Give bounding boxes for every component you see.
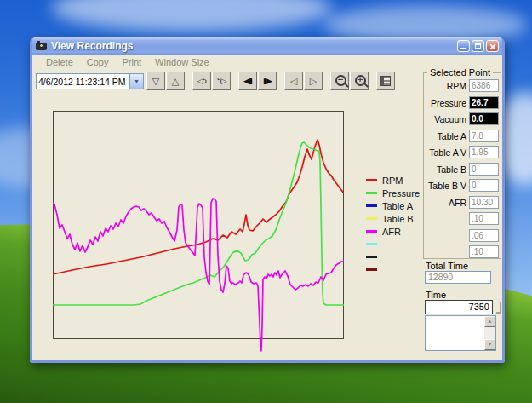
toolbar: ▽△◁55▷◀▮▮▶◁▷−+: [146, 72, 396, 90]
data-table-icon: [380, 76, 391, 86]
legend-swatch-table-a: [366, 204, 377, 207]
menu-item-print[interactable]: Print: [115, 57, 148, 67]
back-5-icon: ◁5: [197, 78, 207, 85]
listbox-scrollbar[interactable]: ▲ ▼: [484, 316, 495, 350]
chart-legend: RPMPressureTable ATable BAFR: [366, 174, 420, 276]
pan-left-icon: ◁: [290, 77, 297, 86]
field-label-table-a-v: Table A V: [424, 147, 466, 158]
legend-swatch-extra-2: [366, 256, 377, 258]
pan-left-button[interactable]: ◁: [284, 72, 303, 90]
selected-point-row-table-b-v: Table B V0: [424, 179, 501, 193]
field-extra-1[interactable]: .10: [469, 212, 499, 225]
legend-label-table-a: Table A: [382, 201, 413, 211]
chevron-down-icon: ▼: [134, 78, 140, 84]
field-label-rpm: RPM: [424, 81, 466, 91]
zoom-in-button[interactable]: +: [350, 72, 369, 90]
close-button[interactable]: [486, 40, 499, 52]
field-label-table-b-v: Table B V: [424, 181, 466, 191]
recording-select-combobox[interactable]: 4/6/2012 11:23:14 PM 5: ▼: [36, 73, 144, 89]
window-title: View Recordings: [51, 40, 133, 52]
selected-point-row-table-b: Table B0: [424, 163, 501, 176]
camera-icon: [36, 43, 47, 50]
menu-item-copy[interactable]: Copy: [80, 57, 116, 67]
field-vacuum[interactable]: 0.0: [469, 112, 499, 125]
scroll-up-button[interactable]: ▲: [484, 316, 495, 327]
legend-swatch-pressure: [366, 192, 377, 194]
time-label: Time: [426, 290, 446, 300]
legend-label-rpm: RPM: [382, 176, 403, 186]
legend-swatch-afr: [366, 230, 377, 233]
step-forward-icon: ▮▶: [263, 78, 272, 85]
selected-point-row-extra-2: .06: [424, 229, 501, 243]
legend-label-afr: AFR: [382, 227, 401, 237]
titlebar[interactable]: View Recordings: [32, 37, 502, 55]
back-5-button[interactable]: ◁5: [192, 72, 211, 90]
selected-point-row-vacuum: Vacuum0.0: [424, 112, 501, 126]
time-field[interactable]: 7350: [425, 300, 493, 314]
pan-right-button[interactable]: ▷: [304, 72, 323, 90]
arrow-down-icon: ▼: [488, 342, 493, 347]
step-back-icon: ◀▮: [243, 78, 252, 85]
field-label-vacuum: Vacuum: [424, 114, 466, 124]
menu-item-delete[interactable]: Delete: [39, 57, 80, 67]
menu-item-window-size[interactable]: Window Size: [148, 57, 216, 67]
selected-point-row-extra-3: .10: [424, 245, 501, 259]
selected-point-row-extra-1: .10: [424, 212, 501, 226]
maximize-button[interactable]: [472, 40, 484, 52]
selected-point-row-table-a-v: Table A V1.95: [424, 146, 501, 159]
legend-swatch-table-b: [366, 217, 377, 220]
scale-down-button[interactable]: ▽: [146, 72, 165, 90]
scale-up-button[interactable]: △: [166, 72, 185, 90]
zoom-in-icon: +: [355, 75, 366, 86]
field-extra-3[interactable]: .10: [469, 245, 499, 258]
field-pressure[interactable]: 26.7: [469, 96, 499, 109]
forward-5-icon: 5▷: [217, 78, 226, 85]
field-table-a[interactable]: 7.8: [469, 130, 499, 142]
selected-point-group: Selected Point RPM6386Pressure26.7Vacuum…: [423, 72, 501, 259]
legend-label-table-b: Table B: [382, 214, 414, 224]
field-table-b-v[interactable]: 0: [469, 179, 499, 192]
field-label-pressure: Pressure: [424, 98, 466, 108]
step-back-button[interactable]: ◀▮: [238, 72, 257, 90]
field-label-table-b: Table B: [424, 164, 466, 175]
field-rpm[interactable]: 6386: [469, 79, 499, 92]
legend-item-table-b: Table B: [366, 212, 420, 225]
legend-item-extra-2: [366, 250, 420, 263]
minimize-button[interactable]: [457, 40, 470, 52]
data-table-button[interactable]: [376, 72, 395, 90]
minimize-icon: [460, 48, 466, 49]
legend-item-table-a: Table A: [366, 199, 420, 212]
legend-item-extra-3: [366, 263, 420, 276]
view-recordings-window: View Recordings DeleteCopyPrintWindow Si…: [30, 37, 505, 363]
tri-up-icon: △: [172, 77, 179, 86]
field-table-b[interactable]: 0: [469, 163, 499, 176]
time-spinner-fragment[interactable]: [496, 302, 501, 314]
selected-point-group-label: Selected Point: [427, 67, 493, 78]
selected-point-row-pressure: Pressure26.7: [424, 96, 501, 110]
field-label-table-a: Table A: [424, 131, 466, 141]
legend-swatch-extra-1: [366, 243, 377, 245]
field-label-afr: AFR: [424, 198, 466, 208]
zoom-out-button[interactable]: −: [330, 72, 349, 90]
total-time-field[interactable]: 12890: [425, 271, 491, 284]
combo-dropdown-button[interactable]: ▼: [129, 74, 143, 89]
legend-swatch-extra-3: [366, 268, 377, 271]
pan-right-icon: ▷: [310, 77, 317, 86]
close-icon: [487, 41, 498, 51]
legend-swatch-rpm: [366, 179, 377, 181]
events-listbox[interactable]: ▲ ▼: [425, 315, 496, 351]
step-forward-button[interactable]: ▮▶: [258, 72, 277, 90]
field-table-a-v[interactable]: 1.95: [469, 146, 499, 158]
zoom-out-icon: −: [335, 75, 346, 86]
recording-chart[interactable]: [53, 111, 344, 353]
selected-point-row-rpm: RPM6386: [424, 79, 501, 93]
legend-item-afr: AFR: [366, 225, 420, 238]
field-extra-2[interactable]: .06: [469, 229, 499, 242]
recording-select-value: 4/6/2012 11:23:14 PM 5:: [37, 77, 129, 87]
forward-5-button[interactable]: 5▷: [212, 72, 231, 90]
legend-item-pressure: Pressure: [366, 187, 420, 199]
scroll-down-button[interactable]: ▼: [484, 339, 495, 350]
selected-point-row-table-a: Table A7.8: [424, 130, 501, 143]
tri-down-icon: ▽: [152, 77, 159, 86]
field-afr[interactable]: 10.30: [469, 196, 499, 209]
